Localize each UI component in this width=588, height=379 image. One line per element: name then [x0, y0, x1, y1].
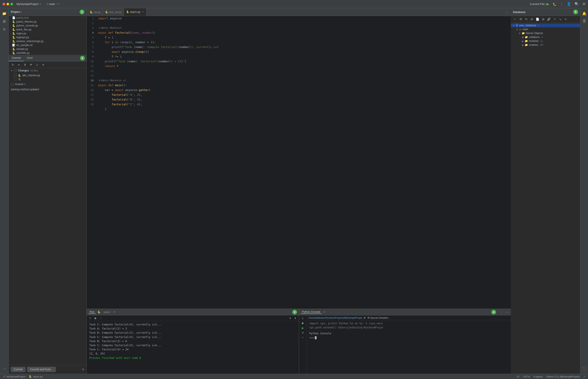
project-name[interactable]: MySampleProject ▾ [16, 2, 41, 6]
db-add-btn[interactable]: + [513, 17, 517, 21]
db-sql-btn[interactable]: 📄 [535, 17, 540, 21]
maximize-button[interactable] [10, 3, 13, 5]
diff-btn[interactable]: ◇ [35, 62, 40, 67]
amend-info-icon[interactable]: ℹ [25, 83, 25, 86]
branch-selector[interactable]: ⎇ main ↗ ▾ [45, 2, 60, 6]
console-add-btn[interactable]: + [300, 335, 305, 340]
file-python-console[interactable]: 🐍 python_console.py [9, 24, 87, 28]
db-duplicate-btn[interactable]: ⧉ [518, 17, 523, 21]
download-btn[interactable]: ⬇ [23, 62, 27, 67]
code-editor[interactable]: 1 2 3 4 5 6 7 8 9 10 11 12 13 14 [87, 16, 511, 309]
git-branch-icon: ⎇ [3, 375, 5, 378]
close-button[interactable] [3, 3, 5, 5]
search-icon[interactable]: 🔍 [574, 2, 579, 6]
refresh-btn[interactable]: ↻ [10, 62, 15, 67]
undo-btn[interactable]: ↩ [16, 62, 21, 67]
restart-btn[interactable]: ↻ [88, 316, 92, 320]
tab-run[interactable]: Run [88, 310, 96, 314]
editor-menu-button[interactable]: ⋮ [504, 11, 510, 14]
statusbar-file[interactable]: async.py [33, 375, 43, 378]
more-icon[interactable]: ⋮ [560, 2, 563, 6]
db-user-database[interactable]: ▼ 🗄 user_database 1 [511, 23, 580, 27]
run-more-btn[interactable]: ⋮ [98, 316, 103, 320]
changes-checkbox[interactable]: – [14, 69, 17, 72]
expand-icon[interactable]: ⤢ [583, 375, 585, 378]
tab-async[interactable]: async [102, 311, 112, 314]
close-tab-icon[interactable]: ✕ [142, 10, 144, 13]
database-sidebar-icon[interactable]: 🗄 [581, 18, 588, 25]
file-rename-refactorings[interactable]: 🐍 rename_refactorings.py [9, 39, 87, 43]
db-refresh-btn[interactable]: ↻ [524, 17, 529, 21]
minimize-button[interactable] [6, 3, 9, 5]
scroll-to-end-btn[interactable]: ⬆ [288, 316, 292, 320]
python-version[interactable]: Python 3.11 (MySampleProject) [546, 375, 580, 378]
current-file-selector[interactable]: Current File ▾ [530, 2, 547, 6]
project-panel-header[interactable]: Project ▾ 1 [9, 8, 87, 16]
tab-async-py[interactable]: 🐍 async.py ✕ [124, 8, 146, 16]
indent[interactable]: 4 spaces [533, 375, 543, 378]
statusbar: ⎇ MySampleProject › 🐍 async.py LF UTF-8 … [0, 374, 588, 379]
db-server-objects[interactable]: ▼ 📁 Server Objects [511, 31, 580, 35]
debug-icon[interactable]: 🐛 [553, 2, 556, 6]
profile-icon[interactable]: 👤 [567, 2, 571, 6]
run-icon[interactable]: ▶ [547, 2, 549, 6]
notifications-icon[interactable]: 🔔 [581, 10, 588, 17]
close-console-tab-icon[interactable]: ✕ [323, 311, 325, 314]
db-modules[interactable]: ▶ 📁 modules 11 [511, 39, 580, 43]
db-filter-btn[interactable]: ≡ [563, 17, 568, 21]
console-more-btn[interactable]: ⋮ [499, 310, 503, 314]
line-ending[interactable]: LF [517, 375, 520, 378]
console-min-btn[interactable]: — [505, 310, 509, 314]
file-regexps[interactable]: 🐍 regexps.py [9, 35, 87, 39]
db-import-btn[interactable]: ↘ [558, 17, 562, 21]
close-btn[interactable]: ✕ [41, 62, 45, 67]
console-settings-btn[interactable]: ⚙ [300, 331, 305, 335]
db-settings-btn[interactable]: ⚙ [529, 17, 534, 21]
console-restart-btn[interactable]: ↻ [300, 316, 305, 321]
tab-commit[interactable]: Commit [9, 55, 24, 61]
eye-btn[interactable]: 👁 [29, 62, 33, 67]
sidebar-icon-more[interactable]: ⋯ [1, 365, 8, 372]
scroll-down-btn[interactable]: ⬇ [293, 316, 297, 320]
tab-shelf[interactable]: Shelf [24, 55, 36, 61]
console-run-btn[interactable]: ▶ [300, 326, 305, 330]
db-routines[interactable]: ▶ 📁 routines 157 [511, 43, 580, 47]
file-rst-sample[interactable]: 📝 rst_sample.rst [9, 43, 87, 47]
db-main-schema[interactable]: ▼ 🗂 main [511, 27, 580, 31]
commit-and-push-button[interactable]: Commit and Push... [27, 367, 56, 372]
tab-test-car-py[interactable]: 🐍 test_car.py [103, 8, 124, 16]
close-async-tab-icon[interactable]: ✕ [113, 311, 115, 314]
file-list-item[interactable]: 🐍 abc_classes.py [9, 73, 87, 77]
settings-gear-icon[interactable]: ⚙ [82, 368, 84, 371]
amend-checkbox[interactable] [11, 83, 14, 86]
tab-python-console[interactable]: Python Console [301, 310, 322, 314]
file-regex[interactable]: 🐍 regex.py [9, 32, 87, 35]
file-checkbox-2[interactable] [14, 78, 17, 80]
file-checkbox[interactable] [14, 74, 17, 77]
db-link-btn[interactable]: 🔗 [546, 17, 551, 21]
file-sample[interactable]: 🐍 sample.py [9, 47, 87, 51]
expand-arrow[interactable]: ▼ [10, 69, 13, 72]
commit-button[interactable]: Commit [11, 367, 25, 372]
commit-message: barking method updated [9, 87, 87, 92]
sidebar-icon-folder[interactable]: 📁 [1, 10, 8, 17]
file-list-item-2[interactable]: 🐍 [9, 77, 87, 81]
terminal-icon[interactable]: ⬛ [581, 365, 588, 372]
file-scientific[interactable]: 🐍 scientific.py [9, 51, 87, 55]
code-content[interactable]: import asyncio ≡ Denis Mashutin async de… [95, 16, 511, 309]
stop-btn[interactable]: ⏹ [93, 316, 98, 320]
file-pytest-fixtures[interactable]: 🐍 pytest_fixtures.py [9, 20, 87, 24]
db-collations[interactable]: ▶ 📁 collations 3 [511, 35, 580, 39]
db-table-btn[interactable]: ⊞ [541, 17, 545, 21]
console-stop-btn[interactable]: ⏹ [300, 321, 305, 325]
tab-car-py[interactable]: 🐍 car.py [88, 8, 103, 16]
console-prompt-row[interactable]: >>> [309, 336, 508, 340]
sidebar-icon-git[interactable]: ⊙ [1, 26, 8, 32]
db-export-btn[interactable]: ↗ [552, 17, 557, 21]
file-quick-doc[interactable]: 🐍 quick_doc.py [9, 28, 87, 32]
statusbar-project[interactable]: MySampleProject [7, 375, 25, 378]
sidebar-icon-structure[interactable]: ⊞ [1, 18, 8, 25]
file-poetry-lock[interactable]: 📄 poetry.lock [9, 16, 87, 20]
encoding[interactable]: UTF-8 [523, 375, 530, 378]
special-variables-btn[interactable]: ⊞ Special Variables [368, 316, 388, 319]
